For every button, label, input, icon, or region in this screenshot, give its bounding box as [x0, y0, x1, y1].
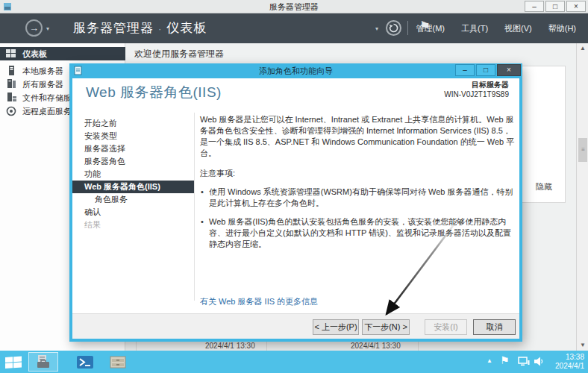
taskbar-server-manager-button[interactable] — [28, 352, 58, 372]
tray-clock[interactable]: 13:38 2024/4/1 — [555, 353, 584, 371]
refresh-caret-icon[interactable]: ▾ — [375, 25, 378, 32]
steps-divider — [194, 113, 195, 301]
remote-desktop-icon — [6, 106, 16, 116]
file-explorer-icon — [110, 356, 126, 369]
note-item: • 使用 Windows 系统资源管理器(WSRM)有助于确保等同对待 Web … — [200, 186, 518, 209]
bullet-icon: • — [201, 186, 204, 198]
note-item: • Web 服务器(IIS)角色的默认安装包括角色服务的安装，该安装使您能够使用… — [200, 216, 518, 250]
step-server-roles[interactable]: 服务器角色 — [72, 155, 194, 168]
cancel-button[interactable]: 取消 — [473, 319, 516, 335]
breadcrumb-root[interactable]: 服务器管理器 — [73, 21, 154, 35]
step-installation-type[interactable]: 安装类型 — [72, 130, 194, 142]
breadcrumb-separator: · — [154, 23, 166, 34]
close-button[interactable]: × — [566, 1, 586, 12]
event-timestamp: 2024/4/1 13:30 — [351, 342, 401, 350]
step-features[interactable]: 功能 — [72, 168, 194, 181]
scroll-thumb[interactable]: ≡ — [578, 138, 587, 162]
wizard-footer: < 上一步(P) 下一步(N) > 安装(I) 取消 — [72, 313, 519, 339]
step-before-you-begin[interactable]: 开始之前 — [72, 117, 194, 130]
server-manager-icon — [34, 354, 52, 369]
file-storage-icon — [6, 93, 16, 103]
back-arrow-icon[interactable]: → — [25, 19, 43, 37]
scroll-down-icon[interactable]: ▼ — [578, 341, 587, 350]
tray-expand-icon[interactable]: ▲ — [487, 357, 492, 364]
step-web-server-role-iis[interactable]: Web 服务器角色(IIS) — [72, 181, 194, 193]
step-role-services[interactable]: 角色服务 — [72, 193, 194, 206]
window-controls: – □ × — [525, 1, 586, 12]
tile-divider — [136, 342, 137, 351]
refresh-icon[interactable] — [386, 20, 401, 36]
menubar: 管理(M) 工具(T) 视图(V) 帮助(H) — [416, 23, 577, 34]
server-manager-titlebar: 服务器管理器 – □ × — [0, 0, 588, 13]
sidebar-item-dashboard[interactable]: 仪表板 — [0, 47, 125, 60]
wizard-close-button[interactable]: × — [497, 64, 521, 76]
taskbar-file-explorer-button[interactable] — [106, 352, 130, 372]
scroll-up-icon[interactable]: ▲ — [578, 44, 587, 53]
install-button: 安装(I) — [425, 319, 467, 335]
more-info-link[interactable]: 有关 Web 服务器 IIS 的更多信息 — [200, 296, 318, 307]
wizard-maximize-button[interactable]: □ — [476, 64, 495, 76]
target-server-name: WIN-V0J2T1T9S89 — [444, 90, 509, 98]
wizard-page-title: Web 服务器角色(IIS) — [86, 83, 222, 102]
minimize-button[interactable]: – — [525, 1, 544, 12]
event-timestamp: 2024/4/1 13:30 — [205, 342, 255, 350]
header-divider — [407, 21, 408, 35]
powershell-icon — [77, 356, 93, 369]
breadcrumb-current[interactable]: 仪表板 — [166, 21, 207, 35]
next-button[interactable]: 下一步(N) > — [362, 319, 410, 335]
all-servers-icon — [6, 79, 16, 90]
previous-button[interactable]: < 上一步(P) — [313, 319, 359, 335]
step-results: 结果 — [72, 219, 194, 231]
server-manager-header: → ▾ 服务器管理器·仪表板 ▾ ⚑ 管理(M) 工具(T) 视图(V) 帮助(… — [0, 13, 588, 43]
clock-date: 2024/4/1 — [555, 362, 584, 371]
taskbar: ▲ ⚑ 13:38 2024/4/1 — [0, 351, 588, 373]
tray-action-center-icon[interactable]: ⚑ — [500, 354, 510, 366]
wizard-title: 添加角色和功能向导 — [69, 66, 522, 77]
step-server-selection[interactable]: 服务器选择 — [72, 142, 194, 155]
tray-volume-icon[interactable] — [534, 357, 544, 366]
tray-network-icon[interactable] — [518, 357, 530, 366]
note-text: Web 服务器(IIS)角色的默认安装包括角色服务的安装，该安装使您能够使用静态… — [209, 217, 511, 248]
menu-help[interactable]: 帮助(H) — [548, 23, 576, 34]
start-button-icon[interactable] — [4, 355, 22, 369]
back-caret-icon[interactable]: ▾ — [46, 25, 49, 32]
tile-divider — [418, 342, 419, 351]
welcome-heading: 欢迎使用服务器管理器 — [134, 48, 224, 60]
taskbar-powershell-button[interactable] — [73, 352, 97, 372]
tile-divider — [266, 342, 267, 351]
wizard-page-content: Web 服务器是让您可以在 Internet、Intranet 或 Extran… — [200, 114, 518, 250]
maximize-button[interactable]: □ — [545, 1, 565, 12]
wizard-titlebar: 添加角色和功能向导 – □ × — [69, 63, 522, 78]
bullet-icon: • — [201, 216, 204, 228]
vertical-scrollbar[interactable]: ▲ ≡ ▼ — [576, 43, 588, 351]
breadcrumb: 服务器管理器·仪表板 — [73, 19, 207, 37]
dashboard-icon — [6, 48, 16, 59]
target-server-block: 目标服务器 WIN-V0J2T1T9S89 — [444, 80, 509, 98]
wizard-minimize-button[interactable]: – — [455, 64, 475, 76]
hide-button[interactable]: 隐藏 — [536, 181, 552, 192]
iis-intro-text: Web 服务器是让您可以在 Internet、Intranet 或 Extran… — [200, 114, 518, 159]
step-confirmation[interactable]: 确认 — [72, 206, 194, 219]
wizard-window-controls: – □ × — [455, 64, 521, 76]
note-text: 使用 Windows 系统资源管理器(WSRM)有助于确保等同对待 Web 服务… — [209, 187, 513, 207]
menu-tools[interactable]: 工具(T) — [461, 23, 488, 34]
local-server-icon — [6, 66, 16, 76]
desktop: 服务器管理器 – □ × → ▾ 服务器管理器·仪表板 ▾ ⚑ 管理(M) 工具… — [0, 0, 588, 373]
add-roles-wizard-dialog: 添加角色和功能向导 – □ × Web 服务器角色(IIS) 目标服务器 WIN… — [69, 63, 522, 342]
notes-title: 注意事项: — [200, 168, 518, 179]
target-server-label: 目标服务器 — [444, 80, 509, 90]
wizard-steps-list: 开始之前 安装类型 服务器选择 服务器角色 功能 Web 服务器角色(IIS) … — [72, 117, 194, 231]
window-title: 服务器管理器 — [0, 1, 588, 13]
menu-manage[interactable]: 管理(M) — [416, 23, 445, 34]
menu-view[interactable]: 视图(V) — [504, 23, 532, 34]
clock-time: 13:38 — [555, 353, 584, 362]
